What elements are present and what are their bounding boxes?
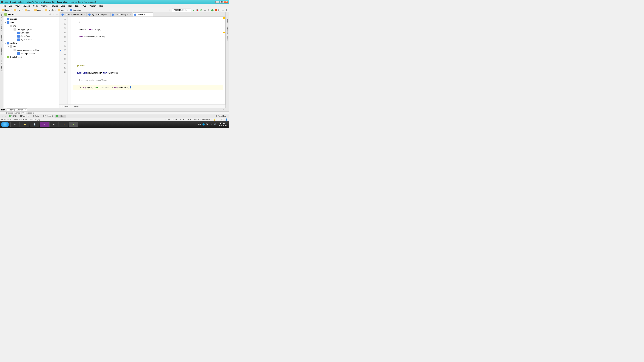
run-button[interactable]: ▶ <box>192 9 195 11</box>
menu-vcs[interactable]: VCS <box>81 4 88 7</box>
system-tray[interactable]: EN 🌐 🏁 ▲ 🔊 13:56 19.05.2019 <box>198 122 228 127</box>
minimize-button[interactable]: — <box>216 1 220 3</box>
lock-icon[interactable]: 🔒 <box>213 118 216 121</box>
run-config-select[interactable]: DesktopLauncher <box>172 8 191 12</box>
tree-class-desktoplauncher[interactable]: DesktopLauncher <box>4 52 59 55</box>
crumb-core[interactable]: core <box>13 9 21 11</box>
menu-view[interactable]: View <box>14 4 21 7</box>
tray-volume-icon[interactable]: 🔊 <box>214 123 216 125</box>
crumb-libgdx[interactable]: libgdx <box>1 9 10 11</box>
status-eol[interactable]: CRLF <box>179 118 184 121</box>
avd-button[interactable]: ▭ <box>222 9 224 11</box>
error-stripe[interactable] <box>223 17 225 104</box>
tab-gameworld[interactable]: GameWorld.java× <box>110 12 132 16</box>
sidetab-device-explorer[interactable]: Device File Explorer <box>226 25 228 42</box>
tab-mygdxgame[interactable]: MyGdxGame.java× <box>87 12 110 16</box>
sidetab-captures[interactable]: Layout Captures <box>0 59 3 73</box>
nav-right-icon[interactable]: » <box>4 115 7 117</box>
tree-desktop[interactable]: ▾desktop <box>4 41 59 45</box>
face-icon[interactable]: ☺ <box>218 118 220 121</box>
tree-desktop-pkg[interactable]: ▾com.mygdx.game.desktop <box>4 48 59 52</box>
menu-run[interactable]: Run <box>67 4 74 7</box>
tab-desktoplauncher[interactable]: DesktopLauncher.java× <box>60 12 87 16</box>
task-explorer[interactable]: 📁 <box>20 122 29 127</box>
tray-clock[interactable]: 13:56 19.05.2019 <box>218 122 227 127</box>
menu-build[interactable]: Build <box>60 4 67 7</box>
menu-analyze[interactable]: Analyze <box>39 4 49 7</box>
warning-mark[interactable] <box>224 32 225 33</box>
btab-todo[interactable]: TODO <box>8 115 18 117</box>
code-body[interactable]: }); fixtureDef.shape = shape; body.creat… <box>72 17 223 104</box>
sidetab-buildvariants[interactable]: Build Variants <box>0 46 3 58</box>
crumb-mygdx[interactable]: mygdx <box>44 9 54 11</box>
attach-button[interactable]: ⇄ <box>204 9 206 11</box>
start-button[interactable] <box>1 122 9 127</box>
status-position[interactable]: 38:53 <box>172 118 177 121</box>
tree-core[interactable]: ▾core <box>4 21 59 24</box>
menu-file[interactable]: File <box>1 4 8 7</box>
analysis-indicator[interactable] <box>224 17 225 19</box>
menu-tools[interactable]: Tools <box>74 4 81 7</box>
target-icon[interactable]: ⊙ <box>46 13 48 16</box>
task-onenote[interactable]: N <box>40 122 49 127</box>
tree-desktop-java[interactable]: ▾java <box>4 45 59 48</box>
tab-gamebox[interactable]: GameBox.java× <box>132 12 153 16</box>
maximize-button[interactable]: ▢ <box>220 1 224 3</box>
btab-build[interactable]: Build <box>31 115 41 117</box>
profile-button[interactable]: ⏱ <box>200 9 202 11</box>
menu-edit[interactable]: Edit <box>8 4 14 7</box>
tree-class-gamebox[interactable]: GameBox <box>4 31 59 34</box>
menu-navigate[interactable]: Navigate <box>21 4 32 7</box>
tree-class-mygdxgame[interactable]: MyGdxGame <box>4 38 59 41</box>
sidetab-structure[interactable]: 7: Structure <box>0 23 3 33</box>
crumb-com[interactable]: com <box>34 9 42 11</box>
run-tab-desktoplauncher[interactable]: DesktopLauncher× <box>7 108 27 111</box>
sync-button[interactable]: ⟳ <box>218 9 220 11</box>
run-output[interactable]: Process finished with exit code -1 <box>0 112 229 114</box>
nav-left-icon[interactable]: « <box>1 115 4 117</box>
tray-tray-icon[interactable]: ▲ <box>210 123 212 125</box>
crumb-class[interactable]: GameBox <box>61 105 69 107</box>
close-icon[interactable]: × <box>24 109 26 111</box>
menu-code[interactable]: Code <box>32 4 39 7</box>
hide-icon[interactable]: — <box>56 13 58 16</box>
tree-gradle[interactable]: ▸Gradle Scripts <box>4 55 59 59</box>
tray-network-icon[interactable]: 🌐 <box>202 123 205 125</box>
sidetab-project[interactable]: 1: Project <box>0 13 3 22</box>
btab-logcat[interactable]: 6: Logcat <box>41 115 54 117</box>
tree-core-pkg[interactable]: ▾com.mygdx.game <box>4 28 59 31</box>
warning-mark[interactable] <box>224 34 225 34</box>
btab-run[interactable]: 4: Run <box>54 115 66 117</box>
task-notepad[interactable]: 📄 <box>30 122 39 127</box>
gear-icon[interactable]: ⚙ <box>52 13 55 16</box>
warning-mark[interactable] <box>224 31 225 31</box>
crumb-src[interactable]: src <box>24 9 31 11</box>
tray-flag-icon[interactable]: 🏁 <box>206 123 209 125</box>
code-editor[interactable]: 29303132333435 363738394041 }); fixtureD… <box>60 17 226 104</box>
close-icon[interactable]: × <box>130 14 131 15</box>
status-context[interactable]: Context: <no context> <box>193 118 211 121</box>
face-icon[interactable]: ☹ <box>222 118 224 121</box>
crumb-gamebox[interactable]: CGameBox <box>69 9 82 11</box>
task-firefox[interactable]: ◑ <box>59 122 68 127</box>
sidetab-gradle[interactable]: Gradle <box>226 17 228 24</box>
task-chrome[interactable]: ◐ <box>49 122 58 127</box>
tree-android[interactable]: ▸android <box>4 17 59 21</box>
crumb-game[interactable]: game <box>58 9 66 11</box>
gear-icon[interactable]: ⚙ <box>222 109 224 111</box>
hide-icon[interactable]: — <box>226 109 228 111</box>
collapse-icon[interactable]: ⇊ <box>49 13 52 16</box>
task-androidstudio[interactable]: ◆ <box>69 122 78 127</box>
apply-button[interactable]: ⟲ <box>207 9 210 11</box>
menu-help[interactable]: Help <box>98 4 105 7</box>
sdk-button[interactable]: ⬇ <box>225 9 228 11</box>
task-obs[interactable]: ◉ <box>10 122 20 127</box>
sidetab-favorites[interactable]: 2: Favorites <box>0 34 3 45</box>
close-button[interactable]: ✕ <box>224 1 228 3</box>
person-icon[interactable]: 👤 <box>225 118 228 121</box>
tree-class-gameworld[interactable]: GameWorld <box>4 34 59 38</box>
status-encoding[interactable]: UTF-8 <box>186 118 191 121</box>
debug-button[interactable]: 🐞 <box>196 9 199 11</box>
menu-window[interactable]: Window <box>88 4 98 7</box>
menu-refactor[interactable]: Refactor <box>49 4 60 7</box>
